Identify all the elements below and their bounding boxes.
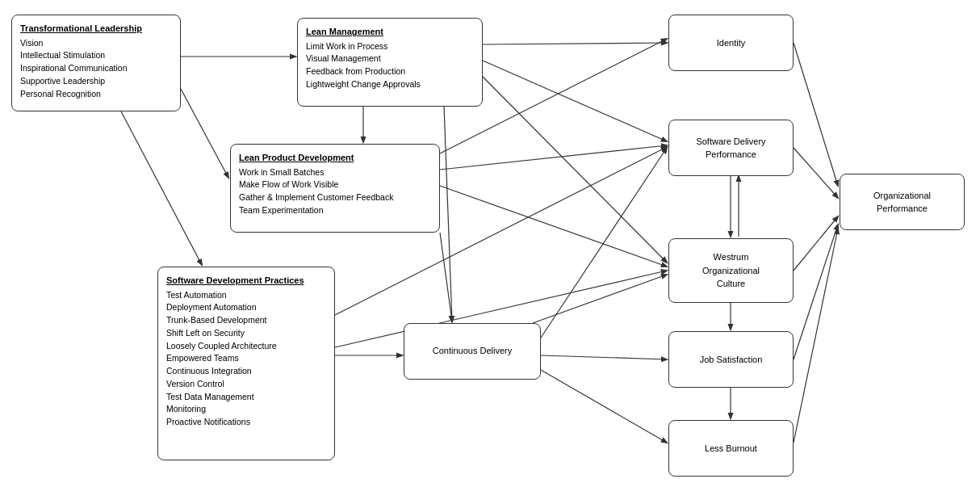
westrum-node: Westrum Organizational Culture <box>668 238 794 303</box>
svg-line-20 <box>794 216 838 271</box>
lpd-item-4: Team Experimentation <box>239 204 431 217</box>
sdp-title: Software Development Practices <box>166 274 326 288</box>
sd-item-8: Version Control <box>166 378 326 391</box>
lm-item-1: Limit Work in Process <box>306 40 474 53</box>
svg-line-4 <box>483 61 667 141</box>
less-burnout-node: Less Burnout <box>668 420 794 477</box>
tl-item-1: Vision <box>20 37 172 50</box>
lpd-item-3: Gather & Implement Customer Feedback <box>239 191 431 204</box>
identity-title: Identity <box>717 36 745 50</box>
identity-node: Identity <box>668 15 794 71</box>
transformational-title: Transformational Leadership <box>20 22 172 36</box>
lm-title: Lean Management <box>306 25 474 39</box>
svg-line-15 <box>541 355 667 359</box>
lean-product-node: Lean Product Development Work in Small B… <box>230 144 440 233</box>
tl-item-5: Personal Recognition <box>20 88 172 101</box>
sd-item-10: Monitoring <box>166 403 326 416</box>
svg-line-3 <box>483 43 667 44</box>
svg-line-1 <box>181 89 228 178</box>
lpd-item-1: Work in Small Batches <box>239 166 431 179</box>
lm-item-4: Lightweight Change Approvals <box>306 78 474 91</box>
op-title: Organizational Performance <box>873 189 931 216</box>
svg-line-5 <box>483 77 667 262</box>
lb-title: Less Burnout <box>705 442 757 456</box>
svg-line-16 <box>541 370 667 443</box>
lm-item-2: Visual Management <box>306 52 474 65</box>
job-satisfaction-node: Job Satisfaction <box>668 331 794 388</box>
sd-item-9: Test Data Management <box>166 391 326 404</box>
sd-item-2: Deployment Automation <box>166 301 326 314</box>
tl-item-3: Inspirational Communication <box>20 62 172 75</box>
tl-item-4: Supportive Leadership <box>20 75 172 88</box>
svg-line-8 <box>440 145 667 170</box>
lpd-item-2: Make Flow of Work Visible <box>239 178 431 191</box>
sd-item-4: Shift Left on Security <box>166 327 326 340</box>
sdp-perf-title: Software Delivery Performance <box>696 135 765 162</box>
svg-line-21 <box>794 225 838 359</box>
sdp-node: Software Delivery Performance <box>668 120 794 176</box>
cd-title: Continuous Delivery <box>433 344 512 358</box>
sd-item-6: Empowered Teams <box>166 352 326 365</box>
js-title: Job Satisfaction <box>700 353 763 367</box>
svg-line-19 <box>794 43 838 186</box>
svg-line-9 <box>440 186 667 267</box>
sd-item-7: Continuous Integration <box>166 365 326 378</box>
diagram-container: Transformational Leadership Vision Intel… <box>0 0 980 504</box>
svg-line-18 <box>794 148 838 198</box>
lpd-title: Lean Product Development <box>239 151 431 165</box>
svg-line-6 <box>444 107 452 321</box>
org-performance-node: Organizational Performance <box>840 174 965 230</box>
sd-item-1: Test Automation <box>166 289 326 302</box>
svg-line-10 <box>440 233 452 321</box>
svg-line-14 <box>541 148 667 338</box>
sd-item-3: Trunk-Based Development <box>166 314 326 327</box>
continuous-delivery-node: Continuous Delivery <box>404 323 541 380</box>
svg-line-22 <box>794 229 838 443</box>
svg-line-2 <box>121 111 202 265</box>
software-dev-node: Software Development Practices Test Auto… <box>157 267 335 460</box>
sd-item-5: Loosely Coupled Architecture <box>166 340 326 353</box>
westrum-title: Westrum Organizational Culture <box>702 250 760 291</box>
sd-item-11: Proactive Notifications <box>166 416 326 429</box>
lean-management-node: Lean Management Limit Work in Process Vi… <box>297 18 483 107</box>
lm-item-3: Feedback from Production <box>306 65 474 78</box>
transformational-leadership-node: Transformational Leadership Vision Intel… <box>11 15 181 111</box>
svg-line-17 <box>533 275 667 323</box>
tl-item-2: Intellectual Stimulation <box>20 49 172 62</box>
